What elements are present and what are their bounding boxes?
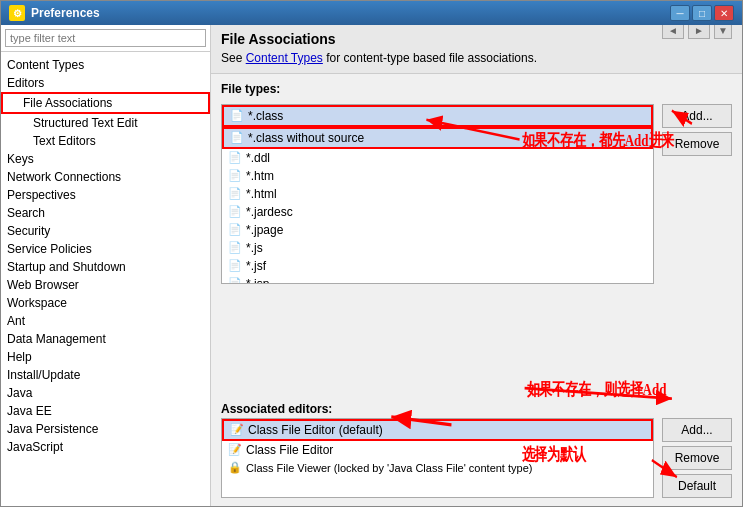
file-icon-htm: 📄 xyxy=(228,169,242,183)
content-types-link[interactable]: Content Types xyxy=(246,51,323,65)
sidebar-item-file-associations[interactable]: File Associations xyxy=(1,92,210,114)
list-item-js[interactable]: 📄 *.js xyxy=(222,239,653,257)
titlebar-left: ⚙ Preferences xyxy=(9,5,100,21)
sidebar-item-content-types[interactable]: Content Types xyxy=(1,56,210,74)
list-item-jardesc[interactable]: 📄 *.jardesc xyxy=(222,203,653,221)
window-icon: ⚙ xyxy=(9,5,25,21)
sidebar-item-network-connections[interactable]: Network Connections xyxy=(1,168,210,186)
list-item-htm[interactable]: 📄 *.htm xyxy=(222,167,653,185)
file-types-list[interactable]: 📄 *.class 📄 *.class without source 📄 *.d… xyxy=(221,104,654,284)
list-item-jsp[interactable]: 📄 *.jsp xyxy=(222,275,653,284)
file-icon-js: 📄 xyxy=(228,241,242,255)
list-item-class-editor-default[interactable]: 📝 Class File Editor (default) xyxy=(222,419,653,441)
file-type-ddl-label: *.ddl xyxy=(246,151,270,165)
sidebar-item-keys[interactable]: Keys xyxy=(1,150,210,168)
back-button[interactable]: ◄ xyxy=(662,25,684,39)
file-icon-ddl: 📄 xyxy=(228,151,242,165)
file-type-jpage-label: *.jpage xyxy=(246,223,283,237)
editor-label: Class File Editor xyxy=(246,443,333,457)
right-panel-inner: File Associations ◄ ► ▼ See Content Type… xyxy=(211,25,742,506)
add-file-type-button[interactable]: Add... xyxy=(662,104,732,128)
file-type-htm-label: *.htm xyxy=(246,169,274,183)
editor-icon: 📝 xyxy=(228,443,242,457)
file-icon-jpage: 📄 xyxy=(228,223,242,237)
list-item-ddl[interactable]: 📄 *.ddl xyxy=(222,149,653,167)
file-type-jsp-label: *.jsp xyxy=(246,277,269,284)
nav-buttons: ◄ ► ▼ xyxy=(662,25,732,39)
file-icon-class-no-source: 📄 xyxy=(230,131,244,145)
sidebar-item-search[interactable]: Search xyxy=(1,204,210,222)
file-types-buttons: Add... Remove xyxy=(662,104,732,392)
list-item-class[interactable]: 📄 *.class xyxy=(222,105,653,127)
page-title: File Associations xyxy=(221,31,336,47)
sidebar-item-web-browser[interactable]: Web Browser xyxy=(1,276,210,294)
left-panel: Content Types Editors File Associations … xyxy=(1,25,211,506)
main-content: Content Types Editors File Associations … xyxy=(1,25,742,506)
editor-default-label: Class File Editor (default) xyxy=(248,423,383,437)
file-type-js-label: *.js xyxy=(246,241,263,255)
forward-button[interactable]: ► xyxy=(688,25,710,39)
editor-icon-default: 📝 xyxy=(230,423,244,437)
right-header: File Associations ◄ ► ▼ See Content Type… xyxy=(211,25,742,74)
file-type-class-no-source-label: *.class without source xyxy=(248,131,364,145)
sidebar-item-java-persistence[interactable]: Java Persistence xyxy=(1,420,210,438)
file-types-label: File types: xyxy=(221,82,732,96)
file-icon-class: 📄 xyxy=(230,109,244,123)
file-type-html-label: *.html xyxy=(246,187,277,201)
file-types-area: 📄 *.class 📄 *.class without source 📄 *.d… xyxy=(221,104,732,392)
associated-editors-section: Associated editors: 📝 Class File Editor … xyxy=(221,402,732,498)
default-button[interactable]: Default xyxy=(662,474,732,498)
sidebar-item-install-update[interactable]: Install/Update xyxy=(1,366,210,384)
viewer-icon: 🔒 xyxy=(228,461,242,475)
nav-menu-button[interactable]: ▼ xyxy=(714,25,732,39)
file-type-class-label: *.class xyxy=(248,109,283,123)
list-item-class-editor[interactable]: 📝 Class File Editor xyxy=(222,441,653,459)
minimize-button[interactable]: ─ xyxy=(670,5,690,21)
list-item-class-no-source[interactable]: 📄 *.class without source xyxy=(222,127,653,149)
add-editor-button[interactable]: Add... xyxy=(662,418,732,442)
search-input[interactable] xyxy=(5,29,206,47)
list-item-html[interactable]: 📄 *.html xyxy=(222,185,653,203)
sidebar-item-security[interactable]: Security xyxy=(1,222,210,240)
close-button[interactable]: ✕ xyxy=(714,5,734,21)
viewer-label: Class File Viewer (locked by 'Java Class… xyxy=(246,462,532,474)
file-icon-html: 📄 xyxy=(228,187,242,201)
sidebar-item-data-management[interactable]: Data Management xyxy=(1,330,210,348)
maximize-button[interactable]: □ xyxy=(692,5,712,21)
sidebar-item-workspace[interactable]: Workspace xyxy=(1,294,210,312)
sidebar-item-ant[interactable]: Ant xyxy=(1,312,210,330)
window-title: Preferences xyxy=(31,6,100,20)
titlebar-buttons: ─ □ ✕ xyxy=(670,5,734,21)
preferences-window: ⚙ Preferences ─ □ ✕ Content Types Editor… xyxy=(0,0,743,507)
associated-editors-buttons: Add... Remove Default xyxy=(662,418,732,498)
file-icon-jsp: 📄 xyxy=(228,277,242,284)
sidebar-item-editors[interactable]: Editors xyxy=(1,74,210,92)
list-item-jsf[interactable]: 📄 *.jsf xyxy=(222,257,653,275)
file-type-jsf-label: *.jsf xyxy=(246,259,266,273)
sidebar-item-javascript[interactable]: JavaScript xyxy=(1,438,210,456)
associated-editors-list[interactable]: 📝 Class File Editor (default) 📝 Class Fi… xyxy=(221,418,654,498)
associated-editors-label: Associated editors: xyxy=(221,402,732,416)
search-box xyxy=(1,25,210,52)
sidebar-item-java-ee[interactable]: Java EE xyxy=(1,402,210,420)
right-panel: File Associations ◄ ► ▼ See Content Type… xyxy=(211,25,742,506)
list-item-class-viewer[interactable]: 🔒 Class File Viewer (locked by 'Java Cla… xyxy=(222,459,653,477)
sidebar-item-help[interactable]: Help xyxy=(1,348,210,366)
description: See Content Types for content-type based… xyxy=(221,51,732,65)
tree: Content Types Editors File Associations … xyxy=(1,52,210,506)
right-body: File types: 📄 *.class 📄 *.class without … xyxy=(211,74,742,506)
sidebar-item-perspectives[interactable]: Perspectives xyxy=(1,186,210,204)
associated-area: 📝 Class File Editor (default) 📝 Class Fi… xyxy=(221,418,732,498)
sidebar-item-text-editors[interactable]: Text Editors xyxy=(1,132,210,150)
file-icon-jardesc: 📄 xyxy=(228,205,242,219)
file-type-jardesc-label: *.jardesc xyxy=(246,205,293,219)
list-item-jpage[interactable]: 📄 *.jpage xyxy=(222,221,653,239)
sidebar-item-startup-shutdown[interactable]: Startup and Shutdown xyxy=(1,258,210,276)
remove-file-type-button[interactable]: Remove xyxy=(662,132,732,156)
remove-editor-button[interactable]: Remove xyxy=(662,446,732,470)
titlebar: ⚙ Preferences ─ □ ✕ xyxy=(1,1,742,25)
file-icon-jsf: 📄 xyxy=(228,259,242,273)
sidebar-item-java[interactable]: Java xyxy=(1,384,210,402)
sidebar-item-service-policies[interactable]: Service Policies xyxy=(1,240,210,258)
sidebar-item-structured-text[interactable]: Structured Text Edit xyxy=(1,114,210,132)
